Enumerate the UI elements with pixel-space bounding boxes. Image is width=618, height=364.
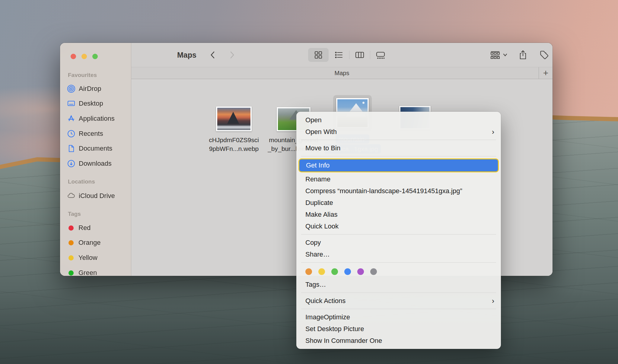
window-controls xyxy=(71,54,98,59)
menu-separator xyxy=(301,309,496,309)
tag-button[interactable] xyxy=(538,48,550,62)
menu-item-open[interactable]: Open xyxy=(296,114,501,126)
forward-button[interactable] xyxy=(227,48,237,62)
documents-icon xyxy=(67,144,76,153)
menu-separator xyxy=(301,156,496,156)
sidebar-section-locations: Locations xyxy=(68,178,95,185)
tab-bar: Maps + xyxy=(131,67,553,79)
back-button[interactable] xyxy=(207,48,218,62)
sidebar-item-desktop[interactable]: Desktop xyxy=(67,98,129,109)
context-menu: Open Open With › Move to Bin Get Info Re… xyxy=(296,112,501,349)
column-view-button[interactable] xyxy=(349,48,370,62)
minimize-button[interactable] xyxy=(81,54,87,59)
chevron-down-icon xyxy=(503,53,508,57)
green-tag-dot[interactable] xyxy=(331,268,338,275)
orange-tag-dot[interactable] xyxy=(305,268,312,275)
moon-dot xyxy=(362,102,365,104)
menu-separator xyxy=(301,292,496,293)
menu-item-rename[interactable]: Rename xyxy=(296,173,501,185)
menu-item-make-alias[interactable]: Make Alias xyxy=(296,209,501,220)
airdrop-icon xyxy=(67,84,76,93)
orange-tag-icon xyxy=(68,240,74,245)
icloud-icon xyxy=(67,191,76,200)
icon-view-button[interactable] xyxy=(308,48,329,62)
sidebar-item-tag-green[interactable]: Green xyxy=(67,267,129,276)
desktop-icon xyxy=(67,99,76,108)
sidebar-item-documents[interactable]: Documents xyxy=(67,143,129,154)
recents-icon xyxy=(67,129,76,138)
menu-item-open-with[interactable]: Open With › xyxy=(296,126,501,138)
toolbar: Maps xyxy=(131,43,553,67)
menu-tag-colors xyxy=(296,265,501,279)
sidebar-item-recents[interactable]: Recents xyxy=(67,128,129,139)
sidebar-item-tag-orange[interactable]: Orange xyxy=(67,237,129,248)
list-view-button[interactable] xyxy=(329,48,349,62)
menu-item-compress[interactable]: Compress “mountain-landscape-1454191451g… xyxy=(296,185,501,197)
submenu-chevron-icon: › xyxy=(492,128,494,136)
menu-item-tags[interactable]: Tags… xyxy=(296,279,501,290)
green-tag-icon xyxy=(68,270,74,276)
menu-item-copy[interactable]: Copy xyxy=(296,237,501,248)
mountain-silhouette xyxy=(217,108,250,130)
red-tag-icon xyxy=(68,225,74,231)
sidebar-item-downloads[interactable]: Downloads xyxy=(67,158,129,169)
yellow-tag-icon xyxy=(68,255,74,260)
image-thumbnail xyxy=(216,107,252,131)
menu-separator xyxy=(301,140,496,140)
zoom-button[interactable] xyxy=(92,54,98,59)
downloads-icon xyxy=(67,159,76,168)
sidebar-item-icloud-drive[interactable]: iCloud Drive xyxy=(67,190,129,201)
share-button[interactable] xyxy=(517,48,529,62)
menu-item-get-info[interactable]: Get Info xyxy=(298,158,499,172)
menu-item-quick-actions[interactable]: Quick Actions › xyxy=(296,295,501,307)
menu-item-quick-look[interactable]: Quick Look xyxy=(296,220,501,232)
menu-separator xyxy=(301,262,496,263)
gallery-view-button[interactable] xyxy=(370,48,391,62)
sidebar-item-tag-red[interactable]: Red xyxy=(67,222,129,233)
menu-item-move-to-bin[interactable]: Move to Bin xyxy=(296,142,501,154)
sidebar-item-tag-yellow[interactable]: Yellow xyxy=(67,252,129,263)
menu-item-show-in-commander-one[interactable]: Show In Commander One xyxy=(296,335,501,346)
sidebar-section-tags: Tags xyxy=(68,211,81,217)
sidebar-item-applications[interactable]: Applications xyxy=(67,113,129,124)
menu-item-imageoptimize[interactable]: ImageOptimize xyxy=(296,311,501,323)
file-name: cHJpdmF0ZS9sci 9pbWFn...n.webp xyxy=(209,136,259,153)
close-button[interactable] xyxy=(71,54,76,59)
sidebar-item-airdrop[interactable]: AirDrop xyxy=(67,83,129,94)
menu-item-duplicate[interactable]: Duplicate xyxy=(296,197,501,209)
view-switcher xyxy=(308,48,391,62)
menu-item-set-desktop-picture[interactable]: Set Desktop Picture xyxy=(296,323,501,335)
group-by-button[interactable] xyxy=(489,48,508,62)
new-tab-button[interactable]: + xyxy=(539,67,553,79)
sidebar: Favourites AirDrop Desktop Applications xyxy=(60,43,131,276)
sidebar-section-favourites: Favourites xyxy=(68,72,97,78)
tab-maps[interactable]: Maps xyxy=(335,70,349,77)
gray-tag-dot[interactable] xyxy=(370,268,377,275)
applications-icon xyxy=(67,114,76,123)
yellow-tag-dot[interactable] xyxy=(318,268,325,275)
purple-tag-dot[interactable] xyxy=(357,268,364,275)
submenu-chevron-icon: › xyxy=(492,297,494,305)
window-title: Maps xyxy=(177,43,196,67)
menu-separator xyxy=(301,234,496,235)
plus-icon: + xyxy=(543,68,549,78)
menu-item-share[interactable]: Share… xyxy=(296,248,501,260)
blue-tag-dot[interactable] xyxy=(344,268,351,275)
